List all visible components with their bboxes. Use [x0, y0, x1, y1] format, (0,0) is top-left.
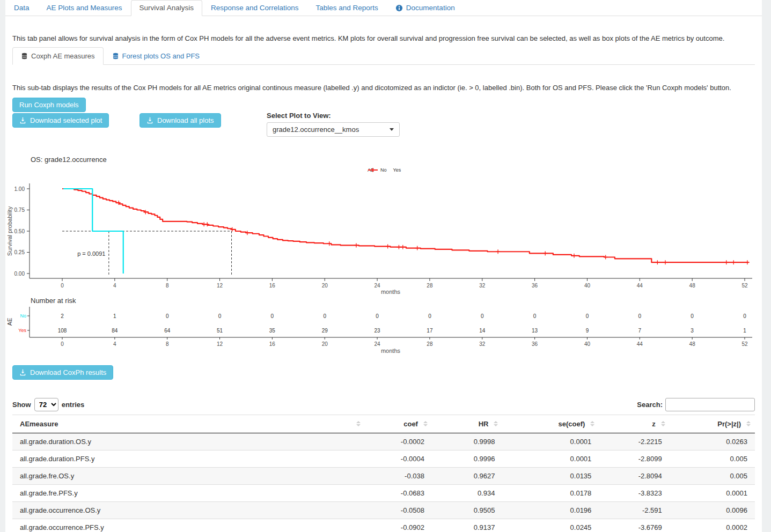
run-coxph-models-button[interactable]: Run Coxph models: [12, 98, 86, 112]
cell-value: -0.0683: [365, 484, 432, 501]
column-label: se(coef): [558, 420, 585, 428]
svg-text:0: 0: [691, 313, 694, 319]
search-input[interactable]: [665, 398, 755, 411]
entries-length-control: Show 72 entries: [12, 398, 84, 411]
cell-value: -0.038: [365, 467, 432, 484]
subtab-label: Coxph AE measures: [31, 52, 95, 60]
cell-value: 0.0096: [670, 501, 755, 519]
tab-ae-plots-and-measures[interactable]: AE Plots and Measures: [38, 0, 131, 16]
subtab-label: Forest plots OS and PFS: [122, 52, 200, 60]
svg-text:14: 14: [479, 328, 486, 334]
search-control: Search:: [637, 398, 755, 411]
svg-text:8: 8: [166, 341, 169, 347]
tab-label: Survival Analysis: [139, 4, 194, 12]
tab-documentation[interactable]: Documentation: [387, 0, 464, 16]
cell-value: -0.0508: [365, 501, 432, 519]
table-row[interactable]: all.grade.fre.OS.y-0.0380.96270.0135-2.8…: [12, 467, 755, 484]
svg-text:0.50: 0.50: [14, 228, 25, 234]
tab-label: Tables and Reports: [316, 4, 378, 12]
svg-text:16: 16: [269, 341, 276, 347]
subtab-forest-plots[interactable]: Forest plots OS and PFS: [104, 47, 209, 65]
svg-text:9: 9: [586, 328, 589, 334]
column-header-se-coef-[interactable]: se(coef): [502, 415, 599, 433]
sort-icon: [590, 421, 594, 426]
svg-text:36: 36: [532, 283, 538, 289]
subtab-coxph-ae-measures[interactable]: Coxph AE measures: [12, 47, 104, 65]
tab-data[interactable]: Data: [5, 0, 38, 16]
download-icon: [146, 117, 153, 124]
cell-ae-measure: all.grade.fre.PFS.y: [12, 484, 365, 501]
plot-select-dropdown[interactable]: grade12.occurrence__kmos: [267, 122, 400, 137]
svg-text:p = 0.0091: p = 0.0091: [77, 250, 105, 257]
tab-tables-and-reports[interactable]: Tables and Reports: [307, 0, 387, 16]
svg-text:4: 4: [113, 341, 116, 347]
svg-text:4: 4: [113, 283, 116, 289]
download-selected-plot-button[interactable]: Download selected plot: [12, 113, 109, 128]
sort-icon: [661, 421, 665, 426]
plot-select-value: grade12.occurrence__kmos: [273, 125, 359, 134]
button-label: Download selected plot: [30, 116, 102, 124]
svg-text:20: 20: [322, 341, 328, 347]
svg-text:28: 28: [427, 341, 433, 347]
svg-text:3: 3: [691, 328, 694, 334]
entries-select[interactable]: 72: [34, 398, 58, 411]
tab-label: Data: [14, 4, 30, 12]
sort-icon: [494, 421, 498, 426]
table-row[interactable]: all.grade.fre.PFS.y-0.06830.9340.0178-3.…: [12, 484, 755, 501]
svg-text:0: 0: [533, 313, 537, 319]
intro-text: This tab panel allows for survival analy…: [12, 34, 755, 44]
column-header-hr[interactable]: HR: [432, 415, 502, 433]
cell-value: 0.0135: [502, 467, 599, 484]
cell-value: -3.6769: [599, 519, 669, 532]
database-icon: [112, 53, 119, 60]
button-label: Download all plots: [157, 116, 214, 124]
table-row[interactable]: all.grade.occurrence.OS.y-0.05080.95050.…: [12, 501, 755, 519]
table-row[interactable]: all.grade.duration.PFS.y-0.00040.99960.0…: [12, 450, 755, 467]
cell-value: 0.9137: [432, 519, 502, 532]
svg-text:40: 40: [584, 341, 591, 347]
svg-text:12: 12: [217, 341, 223, 347]
column-header-z[interactable]: z: [599, 415, 669, 433]
svg-text:months: months: [381, 289, 401, 295]
svg-text:29: 29: [322, 328, 328, 334]
svg-text:0: 0: [323, 313, 326, 319]
download-coxph-results-button[interactable]: Download CoxPh results: [12, 365, 113, 380]
svg-text:0.00: 0.00: [14, 270, 25, 276]
cell-value: 0.0263: [670, 433, 755, 450]
svg-text:1: 1: [113, 313, 116, 319]
table-header-row: AEmeasurecoefHRse(coef)zPr(>|z|): [12, 415, 755, 433]
sort-icon: [423, 421, 428, 426]
cell-value: 0.005: [670, 467, 755, 484]
svg-text:32: 32: [479, 341, 486, 347]
database-icon: [21, 53, 28, 60]
cell-ae-measure: all.grade.occurrence.OS.y: [12, 501, 365, 519]
cell-value: -0.0002: [365, 433, 432, 450]
svg-text:1: 1: [743, 328, 746, 334]
svg-text:51: 51: [217, 328, 223, 334]
column-label: HR: [479, 420, 489, 428]
svg-text:20: 20: [322, 283, 328, 289]
table-row[interactable]: all.grade.occurrence.PFS.y-0.09020.91370…: [12, 519, 755, 532]
plot-controls: Run Coxph models Download selected plot …: [12, 98, 755, 139]
column-header-aemeasure[interactable]: AEmeasure: [12, 415, 365, 433]
column-header-pr-z-[interactable]: Pr(>|z|): [670, 415, 755, 433]
cell-value: 0.0178: [502, 484, 599, 501]
cell-value: 0.0196: [502, 501, 599, 519]
svg-text:84: 84: [112, 328, 118, 334]
cell-ae-measure: all.grade.fre.OS.y: [12, 467, 365, 484]
plot-select-label: Select Plot to View:: [267, 112, 331, 120]
svg-text:64: 64: [164, 328, 171, 334]
tab-response-and-correlations[interactable]: Response and Correlations: [202, 0, 307, 16]
svg-text:0: 0: [61, 341, 64, 347]
download-all-plots-button[interactable]: Download all plots: [139, 113, 221, 128]
cell-value: -0.0004: [365, 450, 432, 467]
svg-text:44: 44: [637, 341, 643, 347]
info-icon: [395, 4, 403, 12]
table-row[interactable]: all.grade.duration.OS.y-0.00020.99980.00…: [12, 433, 755, 450]
svg-text:16: 16: [269, 283, 276, 289]
tab-survival-analysis[interactable]: Survival Analysis: [131, 0, 202, 16]
column-header-coef[interactable]: coef: [365, 415, 432, 433]
svg-text:0: 0: [428, 313, 431, 319]
column-label: coef: [403, 420, 418, 428]
datatable-controls: Show 72 entries Search:: [12, 398, 755, 411]
